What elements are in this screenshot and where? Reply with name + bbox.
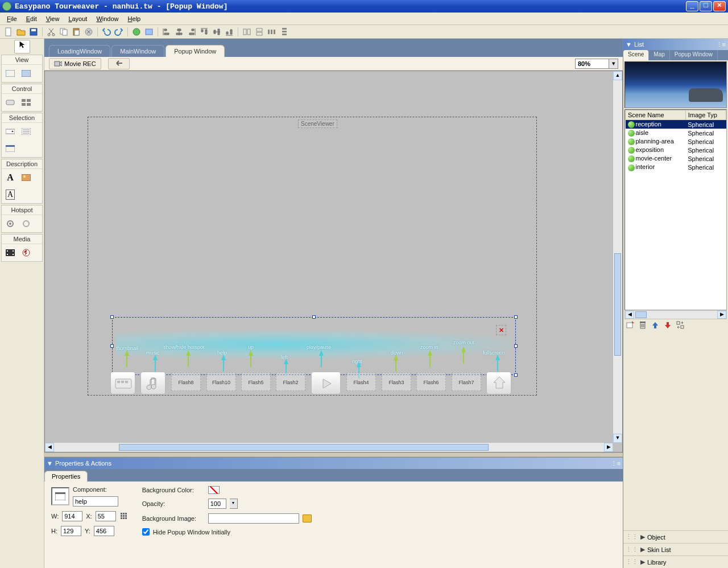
table-row[interactable]: receptionSpherical (626, 120, 726, 129)
width-input[interactable] (62, 511, 82, 521)
table-row[interactable]: interiorSpherical (626, 163, 726, 171)
flash-icon[interactable] (20, 246, 32, 259)
grid-snap-icon[interactable] (119, 512, 129, 521)
height-input[interactable] (61, 526, 81, 536)
flash-btn-2[interactable]: Flash2 (276, 373, 305, 391)
browse-folder-icon[interactable] (303, 515, 312, 522)
close-button[interactable]: × (713, 1, 726, 11)
object-panel-row[interactable]: ⋮⋮▶ Object (623, 530, 728, 543)
flash-thumbnail-btn[interactable] (110, 372, 135, 394)
add-scene-icon[interactable] (626, 320, 635, 330)
minimize-button[interactable]: _ (686, 1, 698, 11)
cut-icon[interactable] (46, 26, 57, 38)
delete-scene-icon[interactable] (638, 320, 647, 330)
list-options-icon[interactable]: ⋮≡ (716, 41, 726, 48)
hscroll-left-icon[interactable]: ◀ (625, 311, 634, 319)
flash-btn-10[interactable]: Flash10 (206, 373, 236, 391)
tab-scene[interactable]: Scene (623, 50, 649, 60)
distribute-v-icon[interactable] (279, 26, 290, 38)
flash-btn-4[interactable]: Flash4 (346, 373, 376, 391)
thumbnail-control-icon[interactable] (20, 96, 32, 109)
flash-fullscreen-btn[interactable] (486, 372, 511, 394)
bg-image-input[interactable] (208, 513, 299, 524)
scroll-up-icon[interactable]: ▲ (613, 71, 622, 80)
button-control-icon[interactable] (4, 96, 16, 109)
align-bottom-icon[interactable] (224, 26, 235, 38)
map-viewer-icon[interactable] (20, 67, 32, 80)
delete-x-icon[interactable]: ✕ (496, 325, 506, 335)
flash-btn-5[interactable]: Flash5 (241, 373, 271, 391)
menu-view[interactable]: View (42, 14, 64, 23)
scroll-left-icon[interactable]: ◀ (45, 443, 54, 452)
opacity-dropdown-button[interactable]: ▾ (230, 499, 238, 509)
align-right-icon[interactable] (186, 26, 197, 38)
copy-icon[interactable] (58, 26, 69, 38)
list-collapse-tri-icon[interactable]: ▼ (626, 41, 632, 48)
align-center-v-icon[interactable] (211, 26, 222, 38)
component-name-input[interactable] (73, 496, 118, 507)
canvas-scrollbar-vertical[interactable]: ▲ ▼ (613, 71, 622, 443)
skinlist-panel-row[interactable]: ⋮⋮▶ Skin List (623, 543, 728, 555)
y-input[interactable] (94, 526, 114, 536)
library-panel-row[interactable]: ⋮⋮▶ Library (623, 555, 728, 568)
tab-mainwindow[interactable]: MainWindow (111, 45, 164, 57)
table-row[interactable]: movie-centerSpherical (626, 154, 726, 163)
video-icon[interactable] (4, 246, 16, 259)
canvas-scrollbar-horizontal[interactable]: ◀ ▶ (45, 443, 613, 452)
flash-btn-7[interactable]: Flash7 (452, 373, 481, 391)
tab-map[interactable]: Map (649, 50, 669, 60)
menu-file[interactable]: File (2, 14, 22, 23)
menu-edit[interactable]: Edit (22, 14, 42, 23)
point-hotspot-icon[interactable] (4, 217, 16, 230)
move-down-icon[interactable] (663, 320, 672, 330)
scroll-v-thumb[interactable] (614, 253, 621, 356)
paste-icon[interactable] (71, 26, 82, 38)
maximize-button[interactable]: □ (700, 1, 712, 11)
same-height-icon[interactable] (254, 26, 265, 38)
image-icon[interactable] (20, 171, 32, 184)
menu-layout[interactable]: Layout (64, 14, 92, 23)
hide-popup-checkbox[interactable] (142, 528, 150, 536)
save-icon[interactable] (28, 26, 39, 38)
x-input[interactable] (96, 511, 116, 521)
preview-icon[interactable] (131, 26, 142, 38)
hscroll-right-icon[interactable]: ▶ (717, 311, 726, 319)
textarea-icon[interactable]: A (4, 188, 16, 201)
undo-icon[interactable] (101, 26, 112, 38)
align-top-icon[interactable] (198, 26, 210, 38)
text-icon[interactable]: A (4, 171, 16, 184)
flash-btn-3[interactable]: Flash3 (382, 373, 411, 391)
table-row[interactable]: expositionSpherical (626, 146, 726, 154)
menu-window[interactable]: Window (92, 14, 123, 23)
align-center-h-icon[interactable] (173, 26, 185, 38)
movie-rec-button[interactable]: Movie REC (49, 58, 101, 69)
flash-btn-6[interactable]: Flash6 (416, 373, 446, 391)
menu-help[interactable]: Help (123, 14, 146, 23)
back-button[interactable] (108, 58, 130, 69)
panel-options-icon[interactable]: ⋮≡ (611, 460, 621, 467)
zoom-dropdown-button[interactable]: ▾ (609, 59, 618, 69)
tab-loadingwindow[interactable]: LoadingWindow (49, 45, 110, 57)
hscroll-thumb[interactable] (635, 311, 647, 318)
popup-icon[interactable] (4, 142, 16, 155)
flash-music-btn[interactable] (140, 372, 166, 394)
collapse-tri-icon[interactable]: ▼ (47, 460, 53, 467)
distribute-h-icon[interactable] (266, 26, 278, 38)
scroll-down-icon[interactable]: ▼ (613, 434, 622, 443)
design-canvas[interactable]: SceneViewer ✕ thumbnail music show/hide … (44, 71, 623, 452)
col-image-type[interactable]: Image Typ (685, 110, 726, 120)
replace-scene-icon[interactable] (676, 320, 685, 330)
polygon-hotspot-icon[interactable] (20, 217, 32, 230)
scroll-right-icon[interactable]: ▶ (604, 443, 613, 452)
publish-icon[interactable] (143, 26, 155, 38)
tab-popupwindow[interactable]: Popup Window (166, 45, 225, 57)
redo-icon[interactable] (113, 26, 125, 38)
tab-popup[interactable]: Popup Window (670, 50, 718, 60)
bg-color-swatch[interactable] (208, 486, 220, 494)
flash-play-btn[interactable] (311, 372, 341, 394)
properties-tab[interactable]: Properties (44, 471, 88, 481)
move-up-icon[interactable] (651, 320, 660, 330)
delete-icon[interactable] (83, 26, 94, 38)
zoom-input[interactable] (575, 59, 609, 69)
scene-list-table[interactable]: Scene Name Image Typ receptionSphericala… (624, 109, 727, 310)
